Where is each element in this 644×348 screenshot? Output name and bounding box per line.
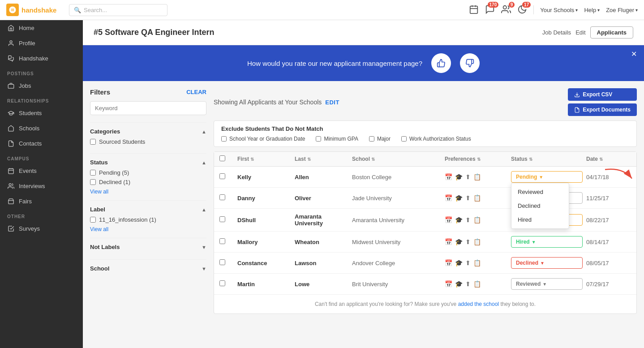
sidebar-item-profile[interactable]: Profile xyxy=(0,35,83,51)
row1-checkbox[interactable] xyxy=(219,173,225,179)
pending-checkbox[interactable] xyxy=(90,170,96,176)
row3-checkbox[interactable] xyxy=(219,216,225,222)
select-all-checkbox[interactable] xyxy=(219,155,225,161)
sidebar-item-surveys[interactable]: Surveys xyxy=(0,221,83,236)
up5-icon[interactable]: ⬆ xyxy=(465,259,471,266)
handshake-icon xyxy=(7,55,14,62)
sidebar-item-students[interactable]: Students xyxy=(0,105,83,120)
row5-status-button[interactable]: Declined ▼ xyxy=(511,257,583,269)
sidebar-item-home[interactable]: Home xyxy=(0,20,83,35)
calendar-icon-wrap[interactable] xyxy=(469,4,479,16)
exclude-major-checkbox[interactable] xyxy=(369,136,374,142)
cal6-icon[interactable]: 📅 xyxy=(445,280,452,288)
upload-pref-icon[interactable]: ⬆ xyxy=(465,173,471,180)
sidebar-item-interviews[interactable]: Interviews xyxy=(0,178,83,193)
row1-status-button[interactable]: Pending ▼ xyxy=(511,171,583,183)
banner-close-button[interactable]: ✕ xyxy=(631,50,637,58)
row2-checkbox[interactable] xyxy=(219,194,225,200)
reviewed-option[interactable]: Reviewed xyxy=(511,185,569,199)
school-header[interactable]: School ▼ xyxy=(90,265,206,272)
sidebar-item-jobs[interactable]: Jobs xyxy=(0,78,83,93)
grad5-icon[interactable]: 🎓 xyxy=(455,259,463,266)
filters-clear-button[interactable]: CLEAR xyxy=(186,89,206,95)
user-nav[interactable]: Zoe Fluger ▾ xyxy=(606,7,638,13)
declined-option[interactable]: Declined xyxy=(511,199,569,213)
row6-checkbox[interactable] xyxy=(219,280,225,286)
export-csv-button[interactable]: Export CSV xyxy=(568,88,637,101)
chat-icon-wrap[interactable]: 170 xyxy=(485,4,495,16)
row6-school: Brit University xyxy=(352,281,441,288)
categories-header[interactable]: Categories ▲ xyxy=(90,128,206,135)
logo[interactable]: handshake xyxy=(6,4,64,16)
status-view-all[interactable]: View all xyxy=(90,189,108,195)
school-col-header[interactable]: School ⇅ xyxy=(352,156,441,162)
doc6-icon[interactable]: 📋 xyxy=(473,280,481,288)
label-header[interactable]: Label ▲ xyxy=(90,206,206,213)
keyword-input[interactable] xyxy=(90,101,206,115)
surveys-icon xyxy=(7,225,14,232)
last-col-header[interactable]: Last ⇅ xyxy=(295,156,348,162)
doc4-icon[interactable]: 📋 xyxy=(473,238,481,245)
cal2-icon[interactable]: 📅 xyxy=(445,194,452,202)
bottom-note: Can't find an applicant you're looking f… xyxy=(214,295,636,314)
exclude-min-gpa-checkbox[interactable] xyxy=(316,136,321,142)
grad-pref-icon[interactable]: 🎓 xyxy=(455,173,463,180)
users-icon-wrap[interactable]: 9 xyxy=(501,4,511,16)
thumbup-button[interactable] xyxy=(431,53,451,73)
grad3-icon[interactable]: 🎓 xyxy=(455,216,463,223)
edit-link-applicants[interactable]: EDIT xyxy=(325,99,339,106)
edit-link[interactable]: Edit xyxy=(575,29,585,36)
row4-status-button[interactable]: Hired ▼ xyxy=(511,236,583,248)
not-labels-header[interactable]: Not Labels ▼ xyxy=(90,244,206,250)
your-schools-nav[interactable]: Your Schools ▾ xyxy=(540,7,578,13)
moon-icon-wrap[interactable]: 17 xyxy=(517,4,527,16)
sidebar-item-schools[interactable]: Schools xyxy=(0,120,83,136)
export-docs-button[interactable]: Export Documents xyxy=(568,103,637,116)
doc2-icon[interactable]: 📋 xyxy=(473,194,481,202)
sidebar-item-contacts-label: Contacts xyxy=(19,140,42,147)
exclude-work-auth-checkbox[interactable] xyxy=(401,136,407,142)
up6-icon[interactable]: ⬆ xyxy=(465,280,471,288)
sidebar-item-handshake[interactable]: Handshake xyxy=(0,51,83,66)
first-col-header[interactable]: First ⇅ xyxy=(237,156,291,162)
row4-checkbox[interactable] xyxy=(219,238,225,244)
exclude-school-year-checkbox[interactable] xyxy=(221,136,227,142)
status-header[interactable]: Status ▲ xyxy=(90,159,206,166)
search-box[interactable]: 🔍 Search... xyxy=(69,4,167,16)
declined-checkbox[interactable] xyxy=(90,179,96,185)
sourced-students-checkbox[interactable] xyxy=(90,139,96,145)
grad4-icon[interactable]: 🎓 xyxy=(455,238,463,245)
thumbdown-button[interactable] xyxy=(460,53,480,73)
row6-status-button[interactable]: Reviewed ▼ xyxy=(511,278,583,290)
svg-point-11 xyxy=(9,183,11,185)
cal3-icon[interactable]: 📅 xyxy=(445,216,452,223)
up2-icon[interactable]: ⬆ xyxy=(465,194,471,202)
grad6-icon[interactable]: 🎓 xyxy=(455,280,463,288)
grad2-icon[interactable]: 🎓 xyxy=(455,194,463,202)
cal5-icon[interactable]: 📅 xyxy=(445,259,452,266)
applicants-tab[interactable]: Applicants xyxy=(590,26,633,39)
doc-pref-icon[interactable]: 📋 xyxy=(473,173,481,180)
sidebar-item-fairs[interactable]: Fairs xyxy=(0,193,83,209)
help-nav[interactable]: Help ▾ xyxy=(584,7,600,13)
feedback-banner: How would you rate our new applicant man… xyxy=(83,45,644,81)
calendar-pref-icon[interactable]: 📅 xyxy=(445,173,452,180)
cal4-icon[interactable]: 📅 xyxy=(445,238,452,245)
label-view-all[interactable]: View all xyxy=(90,226,108,232)
status-section: Status ▲ Pending (5) Declined (1) View a… xyxy=(90,153,206,200)
hired-option[interactable]: Hired xyxy=(511,213,569,227)
job-details-link[interactable]: Job Details xyxy=(542,29,571,36)
date-col-header[interactable]: Date ⇅ xyxy=(586,156,631,162)
row5-checkbox[interactable] xyxy=(219,259,225,265)
infosession-checkbox[interactable] xyxy=(90,217,96,223)
row4-school: Midwest University xyxy=(352,239,441,245)
sidebar-item-events[interactable]: Events xyxy=(0,163,83,178)
preferences-col-header[interactable]: Preferences ⇅ xyxy=(445,156,507,162)
doc5-icon[interactable]: 📋 xyxy=(473,259,481,266)
doc3-icon[interactable]: 📋 xyxy=(473,216,481,223)
up3-icon[interactable]: ⬆ xyxy=(465,216,471,223)
up4-icon[interactable]: ⬆ xyxy=(465,238,471,245)
added-school-link[interactable]: added the school xyxy=(458,301,499,307)
status-col-header[interactable]: Status ⇅ xyxy=(511,156,583,162)
sidebar-item-contacts[interactable]: Contacts xyxy=(0,136,83,151)
